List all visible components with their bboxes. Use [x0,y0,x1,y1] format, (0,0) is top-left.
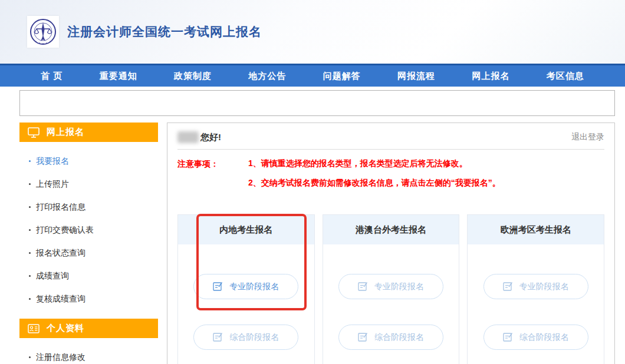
sidebar: 网上报名 我要报名 上传照片 打印报名信息 打印交费确认表 报名状态查询 成绩查… [19,123,158,364]
card-hk-macao-taiwan-foreign-candidates: 港澳台外考生报名 专业阶段报名 [323,214,460,364]
professional-stage-button-europe[interactable]: 专业阶段报名 [483,274,588,299]
professional-stage-button-mainland[interactable]: 专业阶段报名 [193,274,298,299]
logout-link[interactable]: 退出登录 [571,132,604,143]
id-card-icon [28,324,40,333]
nav-item-notices[interactable]: 重要通知 [100,71,137,82]
nav-item-faq[interactable]: 问题解答 [323,71,361,82]
greeting-text: 您好! [200,132,221,143]
comprehensive-stage-button-hmt[interactable]: 综合阶段报名 [338,325,443,350]
cicpa-logo [27,16,59,48]
registration-cards: 内地考生报名 专业阶段报名 [177,214,604,364]
button-label: 专业阶段报名 [374,282,424,292]
sidebar-menu: 我要报名 上传照片 打印报名信息 打印交费确认表 报名状态查询 成绩查询 复核成… [19,142,158,319]
edit-document-icon [358,332,368,342]
notice-item-1: 1、请慎重选择您的报名类型，报名类型选定后将无法修改。 [248,159,501,167]
sidebar-section-title: 个人资料 [47,323,84,334]
edit-document-icon [503,332,513,342]
sidebar-item-score-review-query[interactable]: 复核成绩查询 [19,287,158,310]
greeting-row: 您好! 退出登录 [177,123,604,150]
nav-item-online-registration[interactable]: 网上报名 [472,71,509,82]
card-title: 内地考生报名 [178,215,314,244]
notice-item-2: 2、交纳考试报名费前如需修改报名信息，请点击左侧的“我要报名”。 [248,178,501,187]
banner-box [19,90,615,116]
content-area: 网上报名 我要报名 上传照片 打印报名信息 打印交费确认表 报名状态查询 成绩查… [19,123,615,364]
sidebar-section-online-registration: 网上报名 [19,123,158,142]
page-title: 注册会计师全国统一考试网上报名 [67,24,262,40]
sidebar-item-apply[interactable]: 我要报名 [19,150,158,173]
sidebar-section-personal-info: 个人资料 [19,319,158,338]
notice-label: 注意事项： [177,159,219,198]
sidebar-menu-2: 注册信息修改 [19,338,158,364]
card-mainland-candidates: 内地考生报名 专业阶段报名 [177,214,315,364]
button-label: 综合阶段报名 [519,332,569,343]
sidebar-item-modify-registration-info[interactable]: 注册信息修改 [19,346,158,364]
cicpa-seal-icon [29,18,57,46]
masked-username [177,131,199,143]
edit-document-icon [503,282,513,292]
sidebar-item-print-payment-confirmation[interactable]: 打印交费确认表 [19,219,158,241]
button-label: 专业阶段报名 [519,282,569,292]
page-header: 注册会计师全国统一考试网上报名 [0,0,625,64]
nav-item-registration-process[interactable]: 网报流程 [397,71,435,82]
comprehensive-stage-button-mainland[interactable]: 综合阶段报名 [193,325,298,350]
button-label: 专业阶段报名 [229,282,279,292]
button-label: 综合阶段报名 [229,332,279,343]
card-europe-exam-area-candidates: 欧洲考区考生报名 专业阶段报名 [467,214,604,364]
monitor-icon [28,127,40,138]
nav-item-exam-area-info[interactable]: 考区信息 [547,71,584,82]
edit-document-icon [213,282,223,292]
sidebar-item-upload-photo[interactable]: 上传照片 [19,173,158,196]
professional-stage-button-hmt[interactable]: 专业阶段报名 [338,274,443,299]
sidebar-item-registration-status[interactable]: 报名状态查询 [19,241,158,264]
edit-document-icon [358,282,368,292]
main-panel: 您好! 退出登录 注意事项： 1、请慎重选择您的报名类型，报名类型选定后将无法修… [167,123,615,364]
sidebar-item-score-query[interactable]: 成绩查询 [19,264,158,287]
sidebar-item-print-registration-info[interactable]: 打印报名信息 [19,196,158,219]
comprehensive-stage-button-europe[interactable]: 综合阶段报名 [483,325,588,350]
main-nav: 首 页 重要通知 政策制度 地方公告 问题解答 网报流程 网上报名 考区信息 [0,64,625,87]
card-title: 欧洲考区考生报名 [468,215,604,244]
edit-document-icon [213,332,223,342]
sidebar-section-title: 网上报名 [47,127,84,138]
notice-block: 注意事项： 1、请慎重选择您的报名类型，报名类型选定后将无法修改。 2、交纳考试… [177,159,604,198]
button-label: 综合阶段报名 [374,332,424,343]
nav-item-local-announcements[interactable]: 地方公告 [248,71,286,82]
nav-item-policies[interactable]: 政策制度 [174,71,212,82]
card-title: 港澳台外考生报名 [323,215,459,244]
nav-item-home[interactable]: 首 页 [41,71,63,82]
